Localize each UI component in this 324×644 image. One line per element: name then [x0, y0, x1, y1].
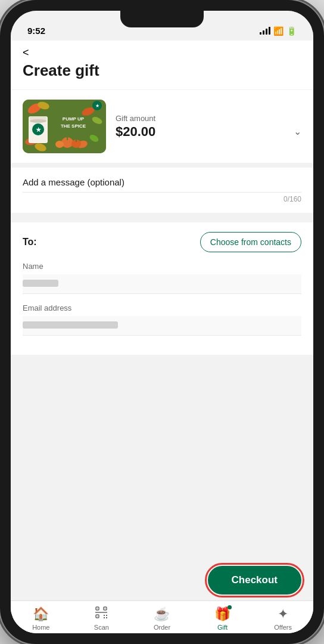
battery-icon: 🔋: [286, 26, 297, 36]
email-blurred: [23, 321, 118, 329]
home-icon: 🏠: [33, 606, 49, 622]
nav-item-gift[interactable]: 🎁 Gift: [206, 606, 239, 631]
svg-rect-12: [67, 137, 68, 140]
checkout-button[interactable]: Checkout: [208, 566, 301, 595]
svg-text:★: ★: [36, 126, 42, 133]
bottom-nav: 🏠 Home: [11, 600, 313, 633]
gift-amount-section: Gift amount $20.00 ⌄: [116, 114, 301, 140]
nav-item-scan[interactable]: Scan: [85, 606, 118, 631]
to-row: To: Choose from contacts: [23, 232, 301, 252]
checkout-area: Checkout: [11, 556, 313, 600]
nav-label-home: Home: [32, 624, 49, 631]
nav-label-gift: Gift: [217, 624, 228, 631]
svg-rect-31: [106, 615, 107, 616]
svg-text:PUMP UP: PUMP UP: [63, 116, 85, 122]
content-area: < Create gift: [11, 41, 313, 633]
checkout-btn-wrapper: Checkout: [208, 566, 301, 595]
chevron-down-icon[interactable]: ⌄: [294, 126, 301, 137]
gift-card-image: ★ PUMP UP THE SPICE ★: [23, 100, 106, 153]
message-section: Add a message (optional) 0/160: [11, 168, 313, 213]
svg-text:THE SPICE: THE SPICE: [61, 123, 86, 129]
nav-item-order[interactable]: ☕ Order: [145, 606, 178, 631]
svg-rect-26: [97, 608, 98, 609]
svg-point-16: [30, 119, 46, 123]
gift-amount-value: $20.00: [116, 124, 155, 140]
offers-icon: ✦: [278, 606, 288, 622]
scan-icon: [95, 606, 108, 622]
content-spacer: [11, 355, 313, 556]
svg-text:★: ★: [95, 103, 99, 109]
nav-label-offers: Offers: [274, 624, 292, 631]
status-time: 9:52: [27, 26, 45, 36]
section-divider: [11, 213, 313, 218]
svg-point-11: [55, 141, 64, 148]
name-field-group: Name: [23, 262, 301, 294]
svg-rect-13: [76, 139, 77, 142]
nav-item-offers[interactable]: ✦ Offers: [267, 606, 300, 631]
signal-bars-icon: [260, 27, 270, 35]
svg-rect-27: [105, 608, 105, 609]
name-label: Name: [23, 262, 301, 271]
gift-amount-row[interactable]: $20.00 ⌄: [116, 124, 301, 140]
message-label: Add a message (optional): [23, 177, 301, 187]
gift-amount-label: Gift amount: [116, 114, 301, 123]
gift-icon-wrapper: 🎁: [214, 606, 230, 622]
gift-card-section: ★ PUMP UP THE SPICE ★ Gift amount $20.00…: [11, 90, 313, 163]
choose-contacts-button[interactable]: Choose from contacts: [200, 232, 301, 252]
svg-rect-30: [104, 615, 105, 616]
page-title: Create gift: [23, 61, 301, 80]
back-button[interactable]: <: [23, 47, 29, 59]
svg-rect-32: [104, 617, 105, 618]
message-counter: 0/160: [23, 192, 301, 203]
order-icon: ☕: [154, 606, 170, 622]
header-section: < Create gift: [11, 41, 313, 89]
nav-label-scan: Scan: [94, 624, 109, 631]
name-blurred: [23, 280, 58, 287]
svg-rect-33: [106, 617, 107, 618]
name-value: [23, 274, 301, 294]
email-value: [23, 316, 301, 336]
to-section: To: Choose from contacts Name Email addr…: [11, 222, 313, 355]
wifi-icon: 📶: [273, 26, 284, 36]
email-label: Email address: [23, 304, 301, 312]
status-icons: 📶 🔋: [260, 26, 297, 36]
gift-active-dot: [228, 605, 232, 609]
to-label: To:: [23, 237, 37, 247]
svg-rect-28: [97, 616, 98, 617]
nav-item-home[interactable]: 🏠 Home: [24, 606, 57, 631]
nav-label-order: Order: [154, 624, 170, 631]
email-field-group: Email address: [23, 304, 301, 336]
